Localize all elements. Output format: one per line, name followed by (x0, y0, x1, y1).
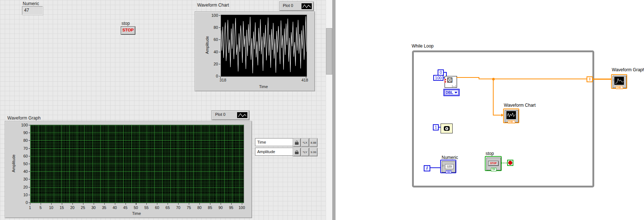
terminal-bezel: ▷ 123 I32 (442, 161, 456, 172)
y-scale-format-button[interactable]: 9.99 (309, 148, 318, 156)
waveform-graph-x-axis-label: Time (126, 211, 147, 216)
wire-random-out[interactable] (456, 77, 479, 78)
waveform-graph-terminal[interactable]: ▷ 2 00 10 DBL (611, 74, 627, 89)
numeric-indicator-terminal[interactable]: ▷ 123 I32 (440, 160, 456, 173)
tick-label: 100 (15, 122, 28, 128)
plot-line-style-icon[interactable] (302, 3, 312, 9)
lock-icon (295, 152, 299, 154)
tick-label: 60 (15, 153, 28, 159)
front-panel: Numeric 47 stop STOP Waveform Chart Plot… (0, 0, 326, 220)
tick-label: 30 (89, 205, 98, 210)
dbl-type-dropdown[interactable]: DBL (443, 89, 460, 96)
stop-condition-icon (508, 161, 512, 165)
waveform-chart-trace (221, 15, 307, 76)
x-autoscale-button[interactable]: *LX (301, 138, 309, 147)
tick-label: 70 (15, 146, 28, 151)
waveform-chart-terminal[interactable]: 2 00 10 DBL (503, 109, 519, 123)
y-scale-name-field[interactable]: Amplitude (255, 148, 294, 156)
random-number-node[interactable]: ⚄ |↔| (445, 76, 457, 88)
tick-label: 10 (47, 205, 56, 210)
stop-button-terminal[interactable]: STOP TF (485, 156, 502, 171)
numeric-indicator[interactable]: 47 (22, 6, 43, 15)
y-autoscale-button[interactable]: *LY (301, 148, 309, 156)
waveform-graph-y-axis-labels: 1009080706050403020100 (15, 122, 28, 205)
while-loop-label: While Loop (412, 43, 434, 49)
stop-label: stop (121, 21, 130, 26)
y-scale-lock-button[interactable] (293, 148, 301, 156)
tick-label: 10 (15, 192, 28, 197)
tick-label: 20 (15, 185, 28, 190)
tick-label: 95 (227, 205, 236, 210)
waveform-chart-x-min: 318 (220, 78, 226, 82)
window-frame-divider (332, 0, 336, 220)
x-scale-format-button[interactable]: 8.88 (309, 138, 318, 147)
wire-i-to-numeric[interactable] (430, 167, 441, 168)
terminal-type-banner: TF (491, 168, 497, 171)
tick-label: 15 (57, 205, 66, 210)
dbl-dropdown-inner: DBL (445, 90, 458, 95)
range-icon: |↔| (452, 85, 456, 87)
tick-label: 80 (203, 25, 218, 30)
wire-to-chart[interactable] (493, 115, 502, 115)
waveform-chart-x-axis-label: Time (252, 84, 274, 89)
tick-label: 50 (15, 161, 28, 166)
waveform-graph-title: Waveform Graph (7, 115, 41, 121)
tick-label: 30 (15, 177, 28, 182)
waveform-chart-plot-area (221, 15, 307, 77)
numeric-glyph: 123 (445, 164, 454, 169)
loop-condition-terminal[interactable] (507, 160, 513, 166)
axis-digit: 2 (505, 110, 506, 113)
numeric-value: 47 (22, 7, 42, 13)
input-arrow-icon (445, 81, 446, 83)
scrollbar-thumb[interactable] (326, 28, 332, 75)
x-scale-lock-button[interactable] (293, 138, 301, 147)
graph-thumbnail-icon (614, 77, 624, 85)
waveform-graph-x-axis-labels: 1510152025303540455055606570758085909510… (26, 205, 246, 210)
tick-label: 80 (15, 138, 28, 143)
wait-ms-node[interactable] (441, 124, 453, 133)
wait-metronome-icon (444, 126, 450, 131)
plot-legend-label: Plot 0 (215, 112, 225, 117)
numeric-constant-1[interactable]: 1 (433, 124, 439, 130)
wire-branch-down[interactable] (493, 79, 494, 115)
input-arrow-icon: ▷ (442, 164, 444, 167)
tick-label: 45 (121, 205, 130, 210)
tick-label: 85 (206, 205, 214, 210)
terminal-type-banner: DBL (616, 86, 623, 89)
waveform-graph-plot-legend[interactable]: Plot 0 (211, 110, 250, 120)
waveform-chart-x-max: 418 (297, 78, 308, 82)
tick-label: 0 (15, 200, 28, 205)
terminal-bezel: STOP TF (486, 158, 501, 170)
numeric-constant-100[interactable]: 100 (433, 75, 443, 81)
waveform-graph-y-tickmarks (29, 125, 30, 203)
x-scale-name-field[interactable]: Time (255, 138, 294, 146)
tick-label: 35 (100, 205, 109, 210)
plot-legend-label: Plot 0 (283, 3, 293, 8)
plot-line-style-icon[interactable] (237, 112, 247, 118)
tick-label: 55 (142, 205, 151, 210)
axis-digit: 10 (515, 120, 517, 122)
stop-terminal-label: stop (486, 151, 494, 156)
tick-label: 100 (203, 13, 218, 18)
terminal-type-banner: DBL (508, 120, 515, 124)
wire-array-out[interactable] (592, 79, 611, 80)
terminal-bezel: ▷ 2 00 10 DBL (613, 76, 626, 88)
chevron-down-icon (454, 92, 457, 94)
terminal-bezel: 2 00 10 DBL (505, 110, 518, 122)
waveform-graph-terminal-label: Waveform Graph (612, 67, 644, 72)
iteration-terminal[interactable]: i (424, 165, 430, 171)
wire-to-tunnel[interactable] (479, 79, 587, 79)
waveform-chart-y-axis-label: Amplitude (205, 32, 209, 58)
stop-glyph: STOP (488, 161, 499, 166)
tick-label: 25 (79, 205, 87, 210)
tick-label: 80 (195, 205, 204, 210)
tick-label: 75 (184, 205, 193, 210)
tick-label: 100 (237, 205, 246, 210)
wire-stop-condition[interactable] (501, 163, 507, 163)
tick-label: 5 (36, 205, 45, 210)
chart-thumbnail-icon (506, 111, 516, 119)
waveform-chart-plot-legend[interactable]: Plot 0 (279, 1, 314, 11)
stop-button[interactable]: STOP (121, 26, 135, 35)
labview-workspace: Numeric 47 stop STOP Waveform Chart Plot… (0, 0, 644, 220)
tick-label: 0 (203, 73, 218, 79)
